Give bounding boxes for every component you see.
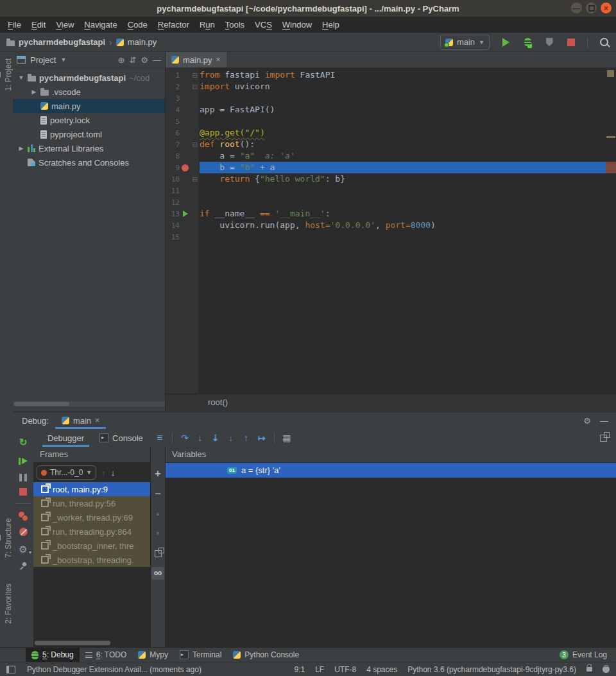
frame-row[interactable]: _worker, thread.py:69 (33, 510, 150, 524)
stripe-button-structure[interactable]: 7: Structure (0, 518, 13, 558)
previous-frame-button[interactable]: ↑ (101, 468, 106, 478)
debug-session-tab[interactable]: main × (55, 412, 106, 429)
run-configuration-select[interactable]: main ▼ (440, 35, 490, 50)
move-down-icon[interactable] (151, 527, 164, 540)
run-button[interactable] (500, 37, 511, 48)
tree-item-vscode[interactable]: ▶.vscode (13, 85, 165, 99)
frame-row[interactable]: run, threading.py:864 (33, 524, 150, 539)
project-panel-title[interactable]: Project (30, 55, 56, 65)
frame-row[interactable]: _bootstrap_inner, thre (33, 539, 150, 553)
show-watches-icon[interactable] (151, 567, 164, 580)
frame-row[interactable]: run, thread.py:56 (33, 496, 150, 510)
move-up-icon[interactable] (151, 507, 164, 520)
add-watch-icon[interactable] (151, 467, 164, 480)
search-everywhere-button[interactable] (598, 37, 610, 48)
tree-item-pycharmdebugfastapi[interactable]: ▼pycharmdebugfastapi ~/cod (13, 71, 165, 85)
tab-console[interactable]: Console (92, 429, 151, 447)
error-stripe-breakpoint-marker[interactable] (606, 162, 616, 173)
close-icon[interactable]: × (95, 416, 99, 425)
settings-gear-icon[interactable]: ⚙ (141, 56, 148, 64)
run-to-cursor-icon[interactable] (255, 431, 268, 444)
evaluate-icon[interactable] (280, 431, 293, 444)
inspections-profile-icon[interactable] (603, 666, 610, 673)
toggle-stripes-icon[interactable] (6, 666, 15, 673)
lock-icon[interactable] (586, 667, 592, 672)
threads-view-icon[interactable] (153, 431, 166, 444)
code-text[interactable] (200, 116, 616, 127)
menu-item-help[interactable]: Help (317, 20, 345, 30)
status-item-python-3-6-pycharmdebugfastapi-9cdjtyrg-py3-6[interactable]: Python 3.6 (pycharmdebugfastapi-9cdjtyrg… (407, 665, 576, 674)
menu-item-file[interactable]: File (3, 20, 26, 30)
maximize-icon[interactable] (586, 3, 597, 13)
scrollbar-thumb[interactable] (35, 641, 110, 645)
tool-window-button-mypy[interactable]: Mypy (132, 648, 174, 662)
frame-row[interactable]: root, main.py:9 (33, 482, 150, 496)
code-text[interactable]: if __name__ == '__main__': (200, 208, 616, 220)
tool-window-button-python-console[interactable]: Python Console (227, 648, 305, 662)
code-text[interactable]: import uvicorn (200, 81, 616, 92)
code-text[interactable]: a = "a" a: 'a' (200, 150, 616, 162)
duplicate-icon[interactable] (151, 547, 164, 560)
menu-item-window[interactable]: Window (277, 20, 317, 30)
status-item-4-spaces[interactable]: 4 spaces (366, 665, 397, 674)
menu-item-tools[interactable]: Tools (220, 20, 250, 30)
tree-item-poetry-lock[interactable]: poetry.lock (13, 113, 165, 127)
tree-item-external-libraries[interactable]: ▶External Libraries (13, 141, 165, 155)
tree-item-scratches-and-consoles[interactable]: Scratches and Consoles (13, 155, 165, 169)
pin-icon[interactable] (19, 562, 28, 570)
code-text[interactable] (200, 185, 616, 196)
code-text[interactable]: app = FastAPI() (200, 104, 616, 116)
code-text[interactable] (200, 196, 616, 208)
rerun-icon[interactable] (17, 435, 30, 448)
remove-watch-icon[interactable] (151, 487, 164, 500)
breadcrumb-file[interactable]: main.py (128, 37, 157, 47)
close-icon[interactable]: × (216, 55, 221, 64)
collapse-all-icon[interactable]: ⇵ (129, 56, 136, 64)
step-into-my-code-icon[interactable] (209, 431, 222, 444)
fold-marker-icon[interactable]: ⊟ (190, 141, 200, 148)
status-item-lf[interactable]: LF (315, 665, 324, 674)
tab-debugger[interactable]: Debugger (40, 429, 92, 447)
status-item-9-1[interactable]: 9:1 (294, 665, 305, 674)
scrollbar-thumb[interactable] (14, 402, 69, 406)
minimize-icon[interactable]: — (571, 3, 582, 13)
error-stripe-warning-marker[interactable] (606, 136, 615, 138)
collapsed-arrow-icon[interactable]: ▶ (18, 145, 24, 152)
breakpoint-icon[interactable] (180, 164, 190, 171)
tree-item-pyproject-toml[interactable]: pyproject.toml (13, 127, 165, 141)
force-step-into-icon[interactable] (225, 431, 237, 444)
code-text[interactable]: return {"hello world": b} (200, 173, 616, 185)
code-text[interactable] (200, 92, 616, 104)
event-log-button[interactable]: 3 Event Log (560, 650, 616, 659)
code-text[interactable]: from fastapi import FastAPI (200, 69, 616, 81)
hide-panel-icon[interactable]: — (153, 56, 161, 64)
tool-window-button-6-todo[interactable]: 6: TODO (80, 648, 133, 662)
step-over-icon[interactable] (178, 431, 191, 444)
code-text[interactable]: @app.get("/") (200, 127, 616, 139)
run-arrow-icon[interactable] (180, 211, 190, 217)
menu-item-vcs[interactable]: VCS (250, 20, 277, 30)
frame-row[interactable]: _bootstrap, threading. (33, 553, 150, 567)
collapsed-arrow-icon[interactable]: ▶ (31, 89, 37, 95)
stripe-button-favorites[interactable]: 2: Favorites★ (0, 584, 13, 624)
tool-window-button-5-debug[interactable]: 5: Debug (26, 648, 80, 662)
code-text[interactable]: def root(): (200, 139, 616, 150)
settings-icon[interactable] (17, 542, 30, 555)
chevron-down-icon[interactable]: ▼ (60, 56, 66, 63)
pause-icon[interactable] (19, 474, 27, 481)
stop-icon[interactable] (19, 488, 27, 496)
breadcrumb-project[interactable]: pycharmdebugfastapi (19, 37, 105, 47)
stop-button[interactable] (565, 37, 577, 48)
expanded-arrow-icon[interactable]: ▼ (18, 74, 24, 81)
fold-marker-icon[interactable]: ⊟ (190, 72, 200, 79)
resume-icon[interactable] (17, 455, 30, 467)
editor-breadcrumb[interactable]: root() (166, 394, 616, 411)
menu-item-code[interactable]: Code (123, 20, 153, 30)
view-breakpoints-icon[interactable] (19, 512, 28, 521)
menu-item-view[interactable]: View (51, 20, 79, 30)
thread-selector-dropdown[interactable]: Thr...-0_0 ▼ (37, 465, 96, 480)
step-out-icon[interactable] (240, 431, 253, 444)
horizontal-scrollbar[interactable] (13, 401, 165, 406)
tool-window-button-terminal[interactable]: Terminal (174, 648, 227, 662)
code-text[interactable]: uvicorn.run(app, host='0.0.0.0', port=80… (200, 220, 616, 231)
